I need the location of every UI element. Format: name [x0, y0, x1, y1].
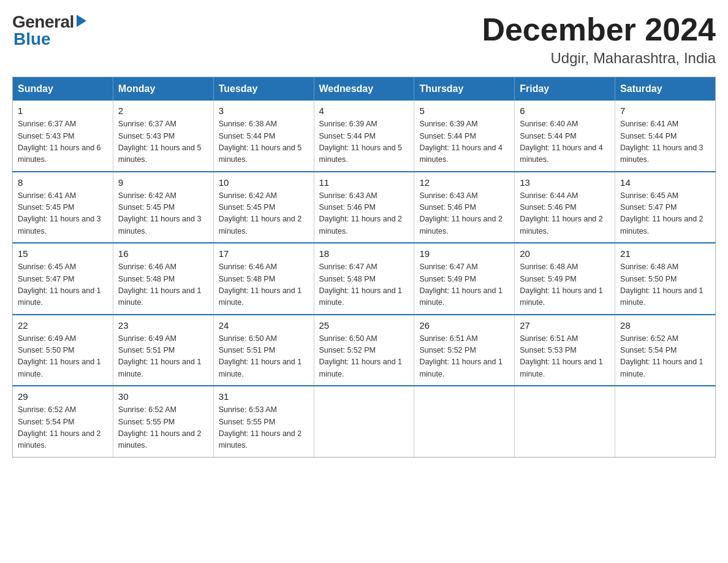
- day-cell: 17Sunrise: 6:46 AMSunset: 5:48 PMDayligh…: [213, 243, 314, 315]
- day-cell: [615, 386, 716, 457]
- day-cell: [414, 386, 515, 457]
- day-info: Sunrise: 6:37 AMSunset: 5:43 PMDaylight:…: [118, 118, 208, 166]
- day-info: Sunrise: 6:38 AMSunset: 5:44 PMDaylight:…: [219, 118, 309, 166]
- day-info: Sunrise: 6:50 AMSunset: 5:51 PMDaylight:…: [219, 333, 309, 381]
- day-info: Sunrise: 6:43 AMSunset: 5:46 PMDaylight:…: [319, 190, 409, 238]
- day-number: 27: [520, 320, 610, 331]
- calendar-body: 1Sunrise: 6:37 AMSunset: 5:43 PMDaylight…: [13, 101, 716, 457]
- day-info: Sunrise: 6:37 AMSunset: 5:43 PMDaylight:…: [18, 118, 108, 166]
- day-number: 18: [319, 248, 409, 259]
- week-row-3: 15Sunrise: 6:45 AMSunset: 5:47 PMDayligh…: [13, 243, 716, 315]
- day-cell: 14Sunrise: 6:45 AMSunset: 5:47 PMDayligh…: [615, 172, 716, 243]
- day-number: 21: [620, 248, 710, 259]
- day-cell: 15Sunrise: 6:45 AMSunset: 5:47 PMDayligh…: [13, 243, 113, 315]
- day-cell: 18Sunrise: 6:47 AMSunset: 5:48 PMDayligh…: [314, 243, 414, 315]
- day-cell: 22Sunrise: 6:49 AMSunset: 5:50 PMDayligh…: [13, 315, 113, 386]
- header-row: SundayMondayTuesdayWednesdayThursdayFrid…: [13, 77, 716, 101]
- day-cell: 1Sunrise: 6:37 AMSunset: 5:43 PMDaylight…: [13, 101, 113, 172]
- day-number: 30: [118, 391, 208, 402]
- day-cell: 3Sunrise: 6:38 AMSunset: 5:44 PMDaylight…: [213, 101, 314, 172]
- day-number: 2: [118, 105, 208, 116]
- day-cell: 10Sunrise: 6:42 AMSunset: 5:45 PMDayligh…: [213, 172, 314, 243]
- day-number: 1: [18, 105, 108, 116]
- day-number: 9: [118, 177, 208, 188]
- day-cell: 25Sunrise: 6:50 AMSunset: 5:52 PMDayligh…: [314, 315, 414, 386]
- week-row-4: 22Sunrise: 6:49 AMSunset: 5:50 PMDayligh…: [13, 315, 716, 386]
- header-day-friday: Friday: [515, 77, 615, 101]
- day-cell: 24Sunrise: 6:50 AMSunset: 5:51 PMDayligh…: [213, 315, 314, 386]
- day-cell: 31Sunrise: 6:53 AMSunset: 5:55 PMDayligh…: [213, 386, 314, 457]
- day-number: 23: [118, 320, 208, 331]
- day-number: 22: [18, 320, 108, 331]
- day-cell: 11Sunrise: 6:43 AMSunset: 5:46 PMDayligh…: [314, 172, 414, 243]
- day-info: Sunrise: 6:53 AMSunset: 5:55 PMDaylight:…: [219, 404, 309, 452]
- header-day-tuesday: Tuesday: [213, 77, 314, 101]
- day-cell: 4Sunrise: 6:39 AMSunset: 5:44 PMDaylight…: [314, 101, 414, 172]
- day-number: 7: [620, 105, 710, 116]
- day-number: 3: [219, 105, 309, 116]
- day-info: Sunrise: 6:42 AMSunset: 5:45 PMDaylight:…: [118, 190, 208, 238]
- day-info: Sunrise: 6:43 AMSunset: 5:46 PMDaylight:…: [419, 190, 509, 238]
- header-day-wednesday: Wednesday: [314, 77, 414, 101]
- day-info: Sunrise: 6:45 AMSunset: 5:47 PMDaylight:…: [620, 190, 710, 238]
- day-number: 24: [219, 320, 309, 331]
- day-number: 13: [520, 177, 610, 188]
- day-number: 5: [419, 105, 509, 116]
- day-cell: 9Sunrise: 6:42 AMSunset: 5:45 PMDaylight…: [113, 172, 213, 243]
- day-cell: 16Sunrise: 6:46 AMSunset: 5:48 PMDayligh…: [113, 243, 213, 315]
- day-number: 14: [620, 177, 710, 188]
- week-row-2: 8Sunrise: 6:41 AMSunset: 5:45 PMDaylight…: [13, 172, 716, 243]
- day-number: 31: [219, 391, 309, 402]
- day-cell: 23Sunrise: 6:49 AMSunset: 5:51 PMDayligh…: [113, 315, 213, 386]
- day-cell: 29Sunrise: 6:52 AMSunset: 5:54 PMDayligh…: [13, 386, 113, 457]
- day-cell: 12Sunrise: 6:43 AMSunset: 5:46 PMDayligh…: [414, 172, 515, 243]
- title-block: December 2024 Udgir, Maharashtra, India: [482, 12, 716, 67]
- day-cell: 6Sunrise: 6:40 AMSunset: 5:44 PMDaylight…: [515, 101, 615, 172]
- day-cell: 2Sunrise: 6:37 AMSunset: 5:43 PMDaylight…: [113, 101, 213, 172]
- logo: General Blue: [12, 12, 86, 49]
- day-info: Sunrise: 6:49 AMSunset: 5:50 PMDaylight:…: [18, 333, 108, 381]
- day-cell: 30Sunrise: 6:52 AMSunset: 5:55 PMDayligh…: [113, 386, 213, 457]
- day-number: 6: [520, 105, 610, 116]
- day-info: Sunrise: 6:48 AMSunset: 5:49 PMDaylight:…: [520, 261, 610, 309]
- calendar-header: SundayMondayTuesdayWednesdayThursdayFrid…: [13, 77, 716, 101]
- day-number: 26: [419, 320, 509, 331]
- day-cell: 7Sunrise: 6:41 AMSunset: 5:44 PMDaylight…: [615, 101, 716, 172]
- header-day-thursday: Thursday: [414, 77, 515, 101]
- day-number: 20: [520, 248, 610, 259]
- page-header: General Blue December 2024 Udgir, Mahara…: [12, 12, 716, 67]
- header-day-monday: Monday: [113, 77, 213, 101]
- day-info: Sunrise: 6:47 AMSunset: 5:48 PMDaylight:…: [319, 261, 409, 309]
- day-number: 25: [319, 320, 409, 331]
- header-day-saturday: Saturday: [615, 77, 716, 101]
- day-info: Sunrise: 6:47 AMSunset: 5:49 PMDaylight:…: [419, 261, 509, 309]
- day-info: Sunrise: 6:49 AMSunset: 5:51 PMDaylight:…: [118, 333, 208, 381]
- logo-triangle-icon: [77, 15, 86, 27]
- day-info: Sunrise: 6:41 AMSunset: 5:44 PMDaylight:…: [620, 118, 710, 166]
- day-cell: [515, 386, 615, 457]
- day-number: 29: [18, 391, 108, 402]
- day-info: Sunrise: 6:46 AMSunset: 5:48 PMDaylight:…: [219, 261, 309, 309]
- day-info: Sunrise: 6:42 AMSunset: 5:45 PMDaylight:…: [219, 190, 309, 238]
- day-cell: 28Sunrise: 6:52 AMSunset: 5:54 PMDayligh…: [615, 315, 716, 386]
- day-info: Sunrise: 6:44 AMSunset: 5:46 PMDaylight:…: [520, 190, 610, 238]
- day-cell: 13Sunrise: 6:44 AMSunset: 5:46 PMDayligh…: [515, 172, 615, 243]
- day-cell: 26Sunrise: 6:51 AMSunset: 5:52 PMDayligh…: [414, 315, 515, 386]
- week-row-1: 1Sunrise: 6:37 AMSunset: 5:43 PMDaylight…: [13, 101, 716, 172]
- day-number: 11: [319, 177, 409, 188]
- day-cell: 27Sunrise: 6:51 AMSunset: 5:53 PMDayligh…: [515, 315, 615, 386]
- day-info: Sunrise: 6:52 AMSunset: 5:54 PMDaylight:…: [620, 333, 710, 381]
- day-cell: 21Sunrise: 6:48 AMSunset: 5:50 PMDayligh…: [615, 243, 716, 315]
- day-info: Sunrise: 6:45 AMSunset: 5:47 PMDaylight:…: [18, 261, 108, 309]
- day-number: 17: [219, 248, 309, 259]
- calendar-table: SundayMondayTuesdayWednesdayThursdayFrid…: [12, 77, 716, 458]
- week-row-5: 29Sunrise: 6:52 AMSunset: 5:54 PMDayligh…: [13, 386, 716, 457]
- day-info: Sunrise: 6:41 AMSunset: 5:45 PMDaylight:…: [18, 190, 108, 238]
- day-info: Sunrise: 6:48 AMSunset: 5:50 PMDaylight:…: [620, 261, 710, 309]
- day-cell: 5Sunrise: 6:39 AMSunset: 5:44 PMDaylight…: [414, 101, 515, 172]
- location-title: Udgir, Maharashtra, India: [482, 50, 716, 67]
- logo-blue-text: Blue: [13, 29, 51, 49]
- day-info: Sunrise: 6:52 AMSunset: 5:54 PMDaylight:…: [18, 404, 108, 452]
- day-number: 28: [620, 320, 710, 331]
- day-cell: 19Sunrise: 6:47 AMSunset: 5:49 PMDayligh…: [414, 243, 515, 315]
